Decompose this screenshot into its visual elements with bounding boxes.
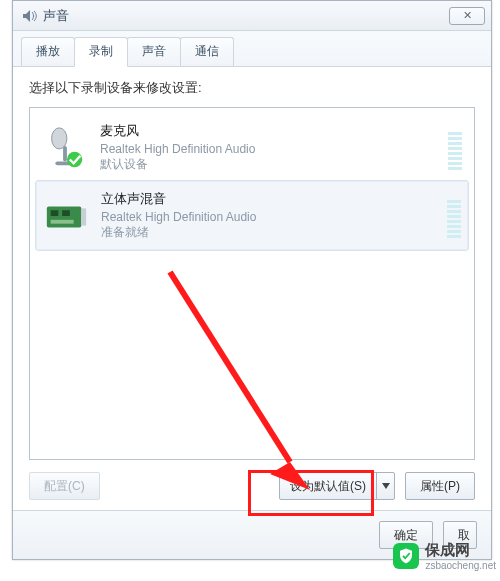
device-status: 默认设备 [100,156,448,173]
device-name: 麦克风 [100,122,448,140]
svg-point-0 [52,127,67,148]
device-name: 立体声混音 [101,190,447,208]
tab-content: 选择以下录制设备来修改设置: 麦克风 Realtek High Definiti… [13,67,491,510]
device-item-stereo-mix[interactable]: 立体声混音 Realtek High Definition Audio 准备就绪 [36,181,468,250]
microphone-icon [42,125,88,171]
lower-button-row: 配置(C) 设为默认值(S) 属性(P) [29,472,475,500]
sound-card-icon [43,193,89,239]
tab-label: 通信 [195,44,219,58]
speaker-icon [21,8,37,24]
instruction-text: 选择以下录制设备来修改设置: [29,79,475,97]
tab-label: 录制 [89,44,113,58]
chevron-down-icon[interactable] [376,473,394,499]
watermark-url: zsbaocheng.net [425,560,496,571]
spacer [110,472,269,500]
device-desc: Realtek High Definition Audio [100,142,448,156]
tab-sounds[interactable]: 声音 [127,37,181,66]
device-info: 立体声混音 Realtek High Definition Audio 准备就绪 [101,190,447,241]
tab-label: 播放 [36,44,60,58]
button-label: 设为默认值(S) [280,473,376,499]
device-info: 麦克风 Realtek High Definition Audio 默认设备 [100,122,448,173]
level-meter [447,194,461,238]
device-item-microphone[interactable]: 麦克风 Realtek High Definition Audio 默认设备 [36,114,468,181]
tab-recording[interactable]: 录制 [74,37,128,67]
sound-dialog: 声音 ✕ 播放 录制 声音 通信 选择以下录制设备来修改设置: [12,0,492,560]
button-label: 属性(P) [420,478,460,495]
svg-rect-6 [62,210,70,216]
button-label: 配置(C) [44,478,85,495]
watermark-text: 保成网 zsbaocheng.net [425,541,496,571]
close-button[interactable]: ✕ [449,7,485,25]
level-meter [448,126,462,170]
watermark: 保成网 zsbaocheng.net [393,541,496,571]
set-default-button[interactable]: 设为默认值(S) [279,472,395,500]
watermark-brand: 保成网 [425,541,470,558]
shield-check-icon [393,543,419,569]
title-bar: 声音 ✕ [13,1,491,31]
svg-rect-5 [51,210,59,216]
tab-strip: 播放 录制 声音 通信 [13,31,491,67]
svg-rect-7 [51,219,74,223]
tab-communications[interactable]: 通信 [180,37,234,66]
close-icon: ✕ [463,9,472,22]
device-list[interactable]: 麦克风 Realtek High Definition Audio 默认设备 [29,107,475,460]
svg-rect-8 [81,208,86,225]
window-title: 声音 [43,7,449,25]
svg-rect-1 [63,146,67,161]
configure-button[interactable]: 配置(C) [29,472,100,500]
properties-button[interactable]: 属性(P) [405,472,475,500]
device-status: 准备就绪 [101,224,447,241]
svg-rect-4 [47,206,81,227]
svg-point-3 [67,151,82,166]
tab-playback[interactable]: 播放 [21,37,75,66]
device-desc: Realtek High Definition Audio [101,210,447,224]
tab-label: 声音 [142,44,166,58]
